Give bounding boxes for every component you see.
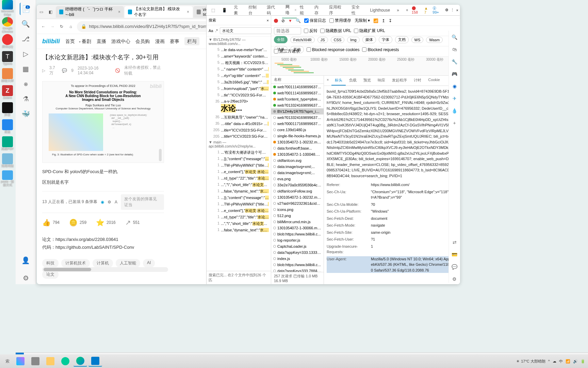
preserve-log-checkbox[interactable]: 保留日志 <box>304 18 326 24</box>
devtools-settings-icon[interactable]: ⚙ <box>445 8 448 12</box>
invert-checkbox[interactable]: 反转 <box>304 28 317 34</box>
filter-type-文档[interactable]: 文档 <box>395 36 409 43</box>
request-header-name[interactable]: 名称 <box>271 76 324 84</box>
error-badge[interactable]: ⬤ 158 <box>412 6 422 14</box>
throttle-select[interactable]: 无限制 ▾ <box>355 18 370 24</box>
search-result-line[interactable]: 1...e_content"],"水论文:水论文A+B... <box>207 208 271 214</box>
vscode-docker-icon[interactable]: 🐳 <box>20 108 32 120</box>
header-value[interactable]: document <box>371 216 457 221</box>
tray-onedrive-icon[interactable]: ☁ <box>553 359 556 364</box>
filter-type-Fetch/XHR[interactable]: Fetch/XHR <box>290 37 315 43</box>
tray-battery-icon[interactable]: 🔋 <box>581 359 585 364</box>
detail-tab-preview[interactable]: 预览 <box>360 76 374 86</box>
share-button[interactable]: ↗551 <box>125 218 140 227</box>
header-value[interactable]: navigate <box>371 223 457 228</box>
case-toggle[interactable]: Aa <box>209 29 213 33</box>
vscode-search-icon[interactable]: 🔍 <box>20 18 32 30</box>
record-button[interactable] <box>274 19 278 23</box>
player-scrollbar[interactable] <box>159 149 162 161</box>
request-row[interactable]: index.js <box>271 256 324 262</box>
request-row[interactable]: web?content_type=pbreque... <box>271 96 324 102</box>
search-result-line[interactable]: 1...TW-yPWvyWWkIi":{"title":"水论文... <box>207 162 271 169</box>
devtools-device-icon[interactable]: 📱 <box>218 6 230 15</box>
coin-button[interactable]: 🪙259 <box>69 218 86 227</box>
search-result-line[interactable]: 1...","\","short_title":"水论文A+B... <box>207 182 271 188</box>
nav-anime[interactable]: 番剧 <box>82 39 91 44</box>
detail-tab-cookie[interactable]: Cookie <box>425 76 443 86</box>
nav-live[interactable]: 直播 <box>97 39 106 44</box>
drop-icon[interactable]: 💧 <box>451 107 458 114</box>
request-row[interactable]: eva.png <box>271 176 324 182</box>
nav-manga[interactable]: 漫画 <box>155 39 165 44</box>
devtools-more-icon[interactable]: ⋮ <box>451 8 454 12</box>
close-icon[interactable]: × <box>118 10 120 14</box>
content-scrollbar[interactable] <box>42 267 168 272</box>
header-value[interactable]: https://www.bilibili.com/ <box>371 182 457 188</box>
search-result-line[interactable]: 1...false,"dynamic_text":"水论文A+... <box>207 188 271 195</box>
header-value[interactable]: Mozilla/5.0 (Windows NT 10.0; Win64; x64… <box>371 256 457 273</box>
vscode-testing-icon[interactable]: ⚗ <box>20 93 32 105</box>
danmu-input[interactable]: 发个友善的弹幕见证当 <box>121 194 164 210</box>
request-row[interactable]: 1301054072-1-100048.m4s... <box>271 151 324 157</box>
tab-actions-icon[interactable]: ▭ <box>37 10 46 14</box>
tag-item[interactable]: 计算机 <box>93 259 113 267</box>
detail-tab-initiator[interactable]: 发起程序 <box>389 76 410 86</box>
info-badge[interactable]: 🛈 99+ <box>432 6 443 14</box>
outlook-icon[interactable]: ◉ <box>451 82 458 90</box>
vscode-settings-icon[interactable]: ⚙ <box>20 272 32 284</box>
vscode-account-icon[interactable]: 👤 <box>20 254 32 266</box>
search-result-line[interactable]: 35...互联网真导","owner":"name"... <box>207 114 271 121</box>
font-style-icon[interactable]: A <box>115 200 117 204</box>
search-result-line[interactable]: 1...}},"content":{"message":"水论文... <box>207 156 271 162</box>
taskbar-vscode[interactable] <box>88 356 102 367</box>
request-row[interactable]: single-file-hooks-frames.js <box>271 133 324 139</box>
header-value[interactable]: ?0 <box>371 202 457 208</box>
danmu-settings-icon[interactable]: ⚙ <box>108 200 111 204</box>
code-link[interactable]: 代码：https://github.com/LabSAINT/SPD-Conv <box>42 243 164 251</box>
games-icon[interactable]: 🎮 <box>451 70 458 78</box>
search-file-group[interactable]: ▼ BV1ZH4y1R7fS/ — www.bilibili.com/v... <box>207 36 271 47</box>
weather-widget[interactable]: ☀ 17°C 大部晴朗 <box>516 359 545 364</box>
filter-type-全部[interactable]: 全部 <box>274 36 288 43</box>
network-waterfall[interactable]: 5000 毫秒10000 毫秒15000 毫秒20000 毫秒25000 毫秒3… <box>271 57 460 76</box>
devtools-inspect-icon[interactable]: ⬚ <box>208 6 218 15</box>
search-result-line[interactable]: 1...e_content"],"水论文:水论文A+B... <box>207 169 271 175</box>
like-button[interactable]: 👍794 <box>42 218 60 227</box>
nav-vip[interactable]: 会员购 <box>135 39 150 44</box>
vscode-remote-icon[interactable]: ⎈ <box>20 78 32 90</box>
search-result-line[interactable]: 5...3a2b168e5.jpg","title":" 【水论文... <box>207 79 271 86</box>
disable-cache-checkbox[interactable]: 禁用缓存 <box>329 18 351 24</box>
request-row[interactable]: oldfanIcon.svg <box>271 157 324 164</box>
desktop-icon-qq[interactable]: 腾讯QQ <box>1 34 14 50</box>
detail-tab-timing[interactable]: 计时 <box>410 76 425 86</box>
request-row[interactable]: biliMirror.umd.min.js <box>271 219 324 225</box>
search-result-line[interactable]: 1...","\","short_title":"水论文A+B... <box>207 220 271 227</box>
plus-icon[interactable]: + <box>451 119 458 127</box>
detail-tab-response[interactable]: 响应 <box>374 76 389 86</box>
tag-item[interactable]: 计算机技术 <box>61 259 90 267</box>
video-player[interactable]: To appear in Proceedings of ECML PKDD 20… <box>42 81 164 163</box>
request-row[interactable]: oldfanIconFollow.svg <box>271 188 324 194</box>
filter-type-JS[interactable]: JS <box>317 37 328 43</box>
search-result-line[interactable]: 205...itle="ICCV2023:SG-Former, 水论... <box>207 127 271 134</box>
detail-tab-payload[interactable]: 负载 <box>346 76 360 86</box>
search-result-line[interactable]: 1...}},"content":{"message":"水论文... <box>207 195 271 201</box>
upload-icon[interactable]: ↥ <box>382 18 385 23</box>
vscode-debug-icon[interactable]: ▷ <box>20 48 32 60</box>
tag-item[interactable]: 人工智能 <box>116 259 140 267</box>
tools-icon[interactable]: 🔧 <box>451 58 458 65</box>
filter-type-CSS[interactable]: CSS <box>331 37 345 43</box>
request-row[interactable]: data:font/woff;base... <box>271 145 324 151</box>
request-row[interactable]: web?013324169899637445... <box>271 114 324 121</box>
browser-tab-0[interactable]: 哔哩哔哩 (゜-゜)つロ 干杯~-bili× <box>56 6 124 18</box>
warning-badge[interactable]: ▲ 7 <box>424 6 431 14</box>
forward-button[interactable]: → <box>49 21 56 32</box>
close-icon[interactable]: × <box>324 76 331 86</box>
filter-type-Img[interactable]: Img <box>347 37 359 43</box>
desktop-icon-mail[interactable]: 邮箱大师 <box>1 68 14 85</box>
nav-game[interactable]: 游戏中心 <box>111 39 130 44</box>
search-result-line[interactable]: 1...'有没有大佬讲讲这个可以运用到水... <box>207 149 271 156</box>
search-result-line[interactable]: 1...TW-yPWvyWWkIi":{"title":"水论文... <box>207 201 271 208</box>
desktop-icon-zotero[interactable]: ZZotero <box>1 85 14 102</box>
clear-button[interactable]: ⊘ <box>281 18 285 23</box>
